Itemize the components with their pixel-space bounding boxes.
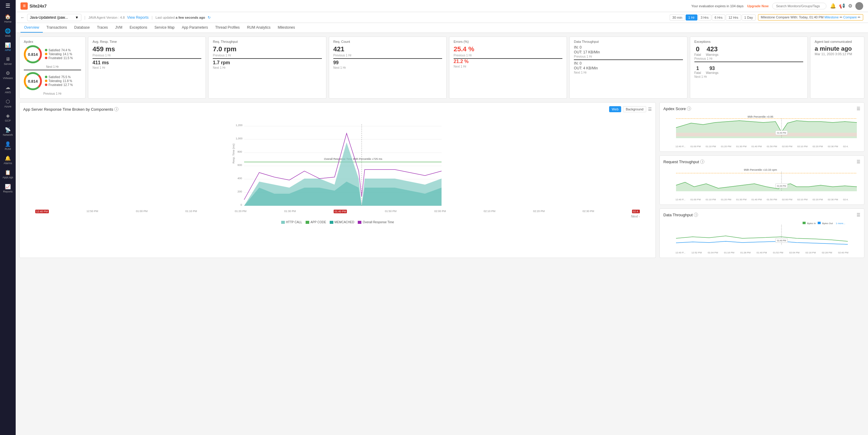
tab-appparameters[interactable]: App Parameters xyxy=(178,23,212,33)
time-btn-30min[interactable]: 30 min xyxy=(670,14,685,21)
tab-threadprofiles[interactable]: Thread Profiles xyxy=(212,23,243,33)
apdex-chart-menu[interactable]: ☰ xyxy=(857,106,861,111)
svg-text:1,200: 1,200 xyxy=(236,124,243,127)
tab-milestones[interactable]: Milestones xyxy=(274,23,299,33)
time-btn-6hrs[interactable]: 6 Hrs xyxy=(712,14,725,21)
notification-icon[interactable]: 🔔 xyxy=(830,3,836,9)
tab-servicemap[interactable]: Service Map xyxy=(151,23,179,33)
background-button[interactable]: Background xyxy=(623,106,646,112)
data-throughput-chart-menu[interactable]: ☰ xyxy=(857,212,861,217)
avatar[interactable] xyxy=(855,2,863,10)
data-throughput-in-current: IN: 0 xyxy=(574,45,683,50)
tab-jvm[interactable]: JVM xyxy=(112,23,126,33)
exceptions-warnings-current: 423 Warnings xyxy=(706,45,718,56)
sidebar-item-gcp[interactable]: ◈ GCP xyxy=(0,110,16,124)
tab-exceptions[interactable]: Exceptions xyxy=(126,23,151,33)
exceptions-fatal-current: 0 Fatal xyxy=(694,45,701,56)
data-throughput-out-prev: OUT: 4 KB/Min xyxy=(574,66,683,70)
app-selector[interactable]: Java-Updatetest (paw... ▼ xyxy=(27,14,82,21)
sidebar: ☰ 🏠 Home 🌐 Web 📊 APM 🖥 Server ⚙ VMware ☁… xyxy=(0,0,16,435)
sidebar-item-apm[interactable]: 📊 APM xyxy=(0,40,16,54)
req-throughput-title: Req. Throughput xyxy=(213,40,321,44)
exceptions-current-row: 0 Fatal 423 Warnings xyxy=(694,45,803,56)
time-btn-1hr[interactable]: 1 Hr xyxy=(686,14,698,21)
back-button[interactable]: ← xyxy=(21,15,25,20)
legend-overall-box xyxy=(358,221,361,224)
data-throughput-svg: Bytes In Bytes Out 1 more... 01:40 PM xyxy=(663,220,861,251)
legend-appcode-box xyxy=(306,221,309,224)
req-count-card: Req. Count 421 Previous 1 Hr 99 Next 1 H… xyxy=(329,36,447,99)
separator: | xyxy=(84,16,85,20)
apdex-score-svg: 95th Percentile =0.95 01:40 PM xyxy=(663,114,861,144)
response-time-chart: App Server Response Time Broken by Compo… xyxy=(19,102,656,258)
applogs-icon: 📋 xyxy=(5,170,11,175)
chart-menu-icon[interactable]: ☰ xyxy=(648,107,652,112)
exceptions-title: Exceptions xyxy=(694,40,803,44)
legend-memcached-box xyxy=(330,221,333,224)
sidebar-item-applogs[interactable]: 📋 AppLogs xyxy=(0,167,16,181)
svg-text:600: 600 xyxy=(238,164,242,167)
response-time-chart-title: App Server Response Time Broken by Compo… xyxy=(23,107,119,112)
req-throughput-chart-menu[interactable]: ☰ xyxy=(857,159,861,164)
x-label-1250: 12:50 PM xyxy=(87,210,98,213)
eval-notice: Your evaluation expires in 104 days xyxy=(691,4,744,8)
data-throughput-prev-label: Next 1 Hr xyxy=(574,71,683,74)
sidebar-item-network[interactable]: 📡 Network xyxy=(0,124,16,139)
web-button[interactable]: Web xyxy=(609,106,621,112)
legend-memcached: MEMCACHED xyxy=(330,221,354,224)
svg-text:800: 800 xyxy=(238,150,242,153)
search-input[interactable] xyxy=(772,3,827,9)
time-btn-3hrs[interactable]: 3 Hrs xyxy=(698,14,711,21)
svg-text:95th Percentile =0.95: 95th Percentile =0.95 xyxy=(747,115,773,118)
response-time-chart-container: 0 200 400 600 800 1,000 1,200 Resp. Time… xyxy=(23,115,652,224)
tab-traces[interactable]: Traces xyxy=(93,23,112,33)
svg-text:1,000: 1,000 xyxy=(236,137,243,140)
req-count-prev-label: Next 1 Hr xyxy=(333,66,442,69)
sidebar-item-reports[interactable]: 📈 Reports xyxy=(0,181,16,196)
sidebar-item-web[interactable]: 🌐 Web xyxy=(0,26,16,40)
sidebar-item-azure[interactable]: ⬡ Azure xyxy=(0,96,16,110)
sidebar-item-aws[interactable]: ☁ AWS xyxy=(0,82,16,96)
x-label-end: 02:4. xyxy=(632,210,640,213)
tab-rumanalytics[interactable]: RUM Analytics xyxy=(243,23,274,33)
hamburger-icon[interactable]: ☰ xyxy=(5,2,10,9)
sidebar-item-vmware[interactable]: ⚙ VMware xyxy=(0,68,16,82)
settings-icon[interactable]: ⚙ xyxy=(848,3,852,9)
sidebar-item-server[interactable]: 🖥 Server xyxy=(0,54,16,68)
topbar-icons: 🔔 📢 ⚙ xyxy=(830,2,863,10)
apdex-legend-prev: Satisfied 75.5 % Tolerating 11.8 % Frust… xyxy=(45,76,73,87)
rum-icon: 👤 xyxy=(5,141,11,147)
svg-text:200: 200 xyxy=(238,190,242,193)
response-time-chart-header: App Server Response Time Broken by Compo… xyxy=(23,106,652,112)
time-btn-12hrs[interactable]: 12 Hrs xyxy=(726,14,741,21)
sidebar-item-rum[interactable]: 👤 RUM xyxy=(0,139,16,153)
response-time-info-icon[interactable]: ℹ xyxy=(114,107,119,111)
appbar-left: ← Java-Updatetest (paw... ▼ | JAVA Agent… xyxy=(21,14,211,21)
svg-text:Bytes Out: Bytes Out xyxy=(822,222,833,225)
network-icon: 📡 xyxy=(5,127,11,133)
data-throughput-card: Data Throughput IN: 0 OUT: 17 KB/Min Pre… xyxy=(569,36,687,99)
milestone-link[interactable]: Milestone xyxy=(824,16,838,19)
sidebar-item-home[interactable]: 🏠 Home xyxy=(0,11,16,26)
main-content: ☰ Site24x7 Your evaluation expires in 10… xyxy=(16,0,868,435)
time-btn-1day[interactable]: 1 Day xyxy=(742,14,756,21)
compare-link[interactable]: Compare xyxy=(843,16,857,19)
upgrade-button[interactable]: Upgrade Now xyxy=(747,4,769,8)
sidebar-item-alarms[interactable]: 🔔 Alarms xyxy=(0,153,16,167)
req-throughput-info-icon[interactable]: ℹ xyxy=(700,160,704,164)
tab-database[interactable]: Database xyxy=(70,23,93,33)
tab-overview[interactable]: Overview xyxy=(21,23,43,33)
req-count-prev: 99 xyxy=(333,60,442,65)
view-reports-link[interactable]: View Reports xyxy=(127,16,149,20)
apdex-chart-title: Apdex Score ℹ xyxy=(663,107,691,111)
apdex-info-icon[interactable]: ℹ xyxy=(687,107,691,111)
milestone-bar: Milestone Compare With: Today, 01:40 PM … xyxy=(758,14,863,21)
refresh-icon[interactable]: ↻ xyxy=(208,16,211,20)
bell-icon[interactable]: 📢 xyxy=(839,3,845,9)
exceptions-fatal-prev: 1 Fatal xyxy=(694,64,701,75)
last-updated-text: Last updated a few seconds ago xyxy=(156,16,205,19)
avg-resp-time-title: Avg. Resp. Time xyxy=(93,40,201,44)
tab-transactions[interactable]: Transactions xyxy=(43,23,70,33)
data-throughput-info-icon[interactable]: ℹ xyxy=(694,213,698,217)
errors-title: Errors (%) xyxy=(454,40,562,44)
